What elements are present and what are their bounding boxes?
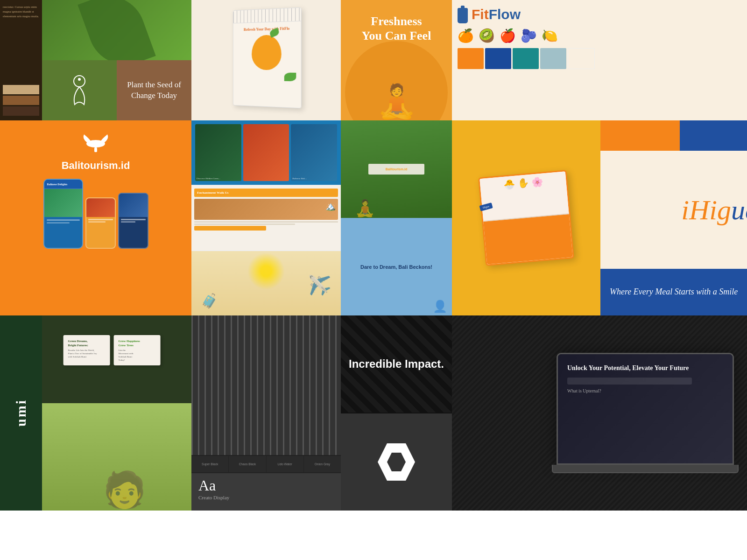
notebook-dots-top [233, 8, 301, 24]
billboard-frame-2: Grow HappinessGrow Trees Join theMovemen… [114, 335, 161, 365]
aa-subtitle: Creato Display [198, 495, 334, 500]
fitflow-logo-row: FitFlow [458, 6, 595, 23]
phone-top-bar: Balinese Delights [44, 180, 82, 189]
palette-teal [513, 48, 539, 69]
leaf-bg [42, 0, 191, 60]
wm-photo: 🏔️ [194, 199, 338, 220]
type-names-row: Super Black Chaos Black Lido Water Onion… [191, 456, 341, 472]
plant-bottom: Plant the Seed of Change Today [42, 60, 191, 120]
lemon-icon: 🍋 [542, 28, 558, 43]
person-with-fruit: 🧘 [376, 82, 417, 120]
plant-logo-area [42, 60, 117, 120]
wm-line-1 [194, 221, 338, 223]
pomegranate-icon: 🫐 [521, 28, 537, 43]
notebook-refresh-text: Refresh Your Day with FitFlo [238, 26, 296, 32]
palette-navy [485, 48, 511, 69]
fitflow-brand: FitFlow 🍊 🥝 🍎 🫐 🍋 [452, 0, 600, 120]
sun-glow [247, 252, 285, 290]
kiwi-icon: 🥝 [479, 28, 495, 43]
bali-website-mockup: Enchantment Walk Us 🏔️ [191, 186, 341, 250]
phone-photo-area [44, 189, 82, 217]
vertical-lines-bg [191, 315, 341, 455]
bali-thumb-1: Discover Hidden Gems... [195, 124, 241, 181]
freshness-panel: Freshness You Can Feel 🧘 [341, 0, 452, 120]
laptop-container: Unlock Your Potential, Elevate Your Futu… [552, 353, 739, 473]
bird-icon [79, 130, 112, 155]
wm-line-2 [194, 224, 295, 225]
person-on-billboard: 🧑 [103, 469, 147, 511]
main-phone: Balinese Delights [43, 179, 83, 249]
billboard-scene: Green Dreams,Bright Futures: Breathe Lif… [42, 315, 191, 511]
incredible-impact-text: Incredible Impact. [349, 357, 444, 371]
type-super-black: Super Black [191, 456, 228, 472]
type-onion-gray: Onion Gray [304, 456, 341, 472]
fitflow-notebook: Refresh Your Day with FitFlo [191, 0, 341, 120]
wm-orange-bar: Enchantment Walk Us [194, 189, 338, 197]
bali-bird-logo [79, 130, 112, 157]
aa-big-text: Aa [198, 478, 334, 493]
notebook-content: Refresh Your Day with FitFlo [233, 21, 301, 86]
incredible-impact-panel: Incredible Impact. [341, 315, 452, 413]
secondary-phone-1 [85, 197, 116, 249]
sedekah-bumi-panel: umi Green Dreams,Bright Futures: Breathe… [0, 315, 191, 511]
green-leaf-top [42, 0, 191, 60]
stripes-panel [191, 315, 341, 455]
notebook-prop: Refresh Your Day with FitFlo [224, 9, 308, 112]
leaf-shape [78, 0, 155, 60]
wm-cta [194, 226, 266, 231]
bali-statue-scene: Balitourism.id 🧘 [341, 120, 452, 218]
laptop-screen-display: Unlock Your Potential, Elevate Your Futu… [558, 354, 733, 463]
dare-dream-person: 👤 [433, 300, 447, 313]
billboard-frames-container: Green Dreams,Bright Futures: Breathe Lif… [63, 335, 161, 365]
laptop-title: Unlock Your Potential, Elevate Your Futu… [567, 364, 723, 373]
upternal-laptop: Unlock Your Potential, Elevate Your Futu… [452, 315, 747, 511]
brand-logo-icon [65, 72, 93, 109]
swatch-3 [3, 106, 39, 116]
svg-rect-4 [94, 147, 97, 152]
r1-filler-7 [712, 0, 747, 120]
travel-person: 🧳 [201, 293, 218, 309]
higue-logo-area: iHigue [600, 151, 747, 269]
svg-point-1 [78, 78, 81, 81]
impact-upternal: Incredible Impact. [341, 315, 452, 511]
type-chaos-black: Chaos Black [229, 456, 266, 472]
main-grid: reectetur. Cursus urpis enim magna ignis… [0, 0, 747, 511]
plant-seed-text: Plant the Seed of Change Today [121, 80, 187, 100]
secondary-phone-2 [118, 193, 148, 249]
freshness-text: Freshness You Can Feel [362, 14, 431, 43]
higue-orange-swatch [600, 120, 680, 151]
box-lid: 🐣 ✋ 🌸 [479, 171, 569, 222]
higue-brand: iHigue Where Every Meal Starts with a Sm… [600, 120, 747, 315]
bali-outdoor-billboard: Balitourism.id 🧘 Dare to Dream, Bali Bec… [341, 120, 452, 315]
palette-cream [568, 48, 595, 69]
burger-box-panel: 🐣 ✋ 🌸 Higue [452, 120, 600, 315]
bali-thumb-3: Balinese Bali... [291, 124, 337, 181]
upternal-panel [341, 413, 452, 511]
typography-panel: Super Black Chaos Black Lido Water Onion… [191, 315, 341, 511]
swatch-2 [3, 96, 39, 105]
airport-panel: ✈️ 🧳 [191, 251, 341, 315]
type-lido-water: Lido Water [267, 456, 303, 472]
bali-thumb-2 [243, 124, 289, 181]
plane-icon: ✈️ [308, 274, 331, 296]
higue-top-swatches [600, 120, 747, 151]
r1-filler-6 [600, 0, 712, 120]
dare-dream-text: Dare to Dream, Bali Beckons! [360, 264, 432, 270]
fitflow-palette [458, 48, 595, 69]
fitflow-bottle-icon [458, 6, 468, 23]
plant-section: Plant the Seed of Change Today [42, 0, 191, 120]
fitflow-name-text: FitFlow [472, 7, 521, 22]
bali-sub-images: Discover Hidden Gems... Balinese Bali...… [191, 120, 341, 315]
higue-blue-swatch [680, 120, 747, 151]
orange-fruit [252, 35, 282, 70]
svg-point-3 [93, 145, 99, 147]
apple-icon: 🍎 [500, 28, 516, 43]
laptop-what-is: What is Upternal? [567, 388, 723, 393]
orange-icon: 🍊 [458, 28, 474, 43]
higue-logo-text: iHigue [681, 196, 747, 224]
app-mockups: Balinese Delights [43, 179, 148, 249]
billboard-in-scene: Balitourism.id [368, 164, 424, 175]
bali-photo-grid-panel: Discover Hidden Gems... Balinese Bali... [191, 120, 341, 185]
notebook-leaf-right [284, 73, 296, 82]
page: reectetur. Cursus urpis enim magna ignis… [0, 0, 747, 560]
